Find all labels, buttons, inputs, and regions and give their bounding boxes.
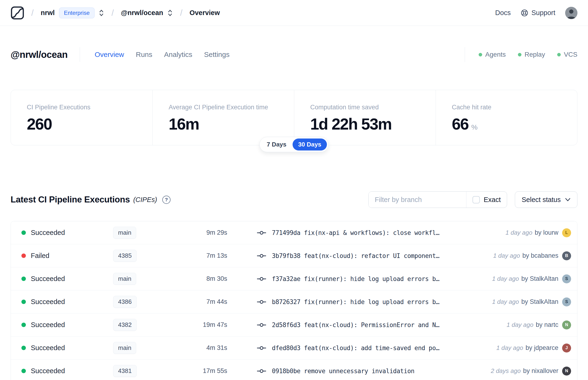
status-label: Succeeded (31, 275, 65, 283)
duration-cell: 7m 44s (167, 298, 227, 305)
status-dot-icon (21, 230, 26, 235)
stat-label: Cache hit rate (452, 104, 570, 111)
range-option-7-days[interactable]: 7 Days (261, 138, 292, 151)
branch-cell: 4386 (113, 296, 167, 308)
feature-status-replay: Replay (518, 51, 545, 58)
branch-badge[interactable]: main (113, 342, 136, 354)
tab-runs[interactable]: Runs (136, 51, 152, 58)
help-icon[interactable]: ? (162, 196, 171, 204)
status-dot-icon (21, 346, 26, 350)
duration-cell: 19m 47s (167, 321, 227, 328)
breadcrumb-org[interactable]: nrwl (41, 9, 55, 17)
support-link[interactable]: Support (520, 9, 555, 17)
status-label: Succeeded (31, 321, 65, 329)
exact-toggle[interactable]: Exact (466, 196, 507, 204)
branch-cell: main (113, 273, 167, 285)
commit-hash: 771499da (272, 229, 300, 236)
tab-analytics[interactable]: Analytics (164, 51, 192, 58)
meta-cell: 1 day ago by StalkAltan S (492, 274, 571, 283)
commit-hash: 0918b0be (272, 367, 300, 375)
author-avatar: S (562, 274, 571, 283)
status-select-button[interactable]: Select status (515, 191, 577, 208)
status-select-label: Select status (522, 196, 561, 204)
table-row[interactable]: Succeeded 4386 7m 44s b8726327fix(runner… (11, 290, 577, 313)
meta-cell: 2 days ago by nixallover N (491, 367, 571, 376)
duration-cell: 4m 31s (167, 344, 227, 352)
table-row[interactable]: Succeeded main 8m 30s f37a32aefix(runner… (11, 267, 577, 290)
workspace-tabs: OverviewRunsAnalyticsSettings (95, 51, 229, 58)
page-title: @nrwl/ocean (11, 49, 68, 60)
branch-cell: 4385 (113, 250, 167, 262)
docs-link[interactable]: Docs (495, 9, 511, 17)
commit-cell: 2d58f6d3feat(nx-cloud): PermissionError … (227, 322, 500, 328)
commit-cell: 771499dafix(nx-api & workflows): close w… (227, 229, 498, 236)
workspace-switcher-chevron-icon[interactable] (167, 9, 173, 17)
time-ago: 1 day ago (492, 298, 519, 305)
commit-hash: f37a32ae (272, 275, 300, 283)
commit-text: 0918b0beremove unnecessary invalidation (272, 367, 415, 375)
top-nav: / nrwl Enterprise / @nrwl/ocean / Overvi… (0, 0, 588, 26)
branch-cell: 4381 (113, 365, 167, 377)
nx-cloud-logo-icon[interactable] (11, 6, 24, 20)
tab-settings[interactable]: Settings (204, 51, 229, 58)
git-commit-icon (257, 299, 266, 305)
commit-cell: 3b79fb38feat(nx-cloud): refactor UI comp… (227, 252, 486, 259)
stat-card: Cache hit rate66% (436, 90, 577, 145)
status-label: Failed (31, 252, 49, 260)
branch-badge[interactable]: 4382 (113, 319, 137, 331)
status-dot-icon (21, 277, 26, 281)
branch-badge[interactable]: 4385 (113, 250, 137, 262)
stat-label: Computation time saved (310, 104, 429, 111)
duration-cell: 8m 30s (167, 275, 227, 283)
branch-cell: main (113, 342, 167, 354)
status-dot-icon (21, 253, 26, 258)
commit-text: 2d58f6d3feat(nx-cloud): PermissionError … (272, 322, 439, 328)
commit-cell: dfed80d3feat(nx-cloud): add time-saved e… (227, 344, 489, 352)
status-cell: Succeeded (21, 321, 113, 329)
enterprise-badge[interactable]: Enterprise (59, 7, 95, 18)
branch-badge[interactable]: main (113, 273, 136, 285)
breadcrumb-workspace[interactable]: @nrwl/ocean (121, 9, 163, 17)
status-dot-icon (518, 53, 521, 57)
org-switcher-chevron-icon[interactable] (98, 9, 104, 17)
time-ago: 1 day ago (496, 344, 523, 352)
branch-badge[interactable]: 4386 (113, 296, 137, 308)
range-option-30-days[interactable]: 30 Days (293, 138, 327, 151)
status-cell: Succeeded (21, 229, 113, 237)
author: by StalkAltan (521, 298, 558, 305)
table-row[interactable]: Succeeded 4382 19m 47s 2d58f6d3feat(nx-c… (11, 313, 577, 337)
author: by StalkAltan (521, 275, 558, 283)
time-ago: 1 day ago (505, 229, 532, 236)
git-commit-icon (257, 345, 266, 351)
commit-text: dfed80d3feat(nx-cloud): add time-saved e… (272, 344, 439, 352)
status-cell: Succeeded (21, 344, 113, 352)
breadcrumb-separator: / (112, 8, 114, 18)
duration-cell: 7m 13s (167, 252, 227, 259)
branch-badge[interactable]: main (113, 227, 136, 239)
status-cell: Succeeded (21, 367, 113, 375)
commit-message: fix(nx-api & workflows): close workfl… (304, 229, 439, 236)
cipe-title: Latest CI Pipeline Executions (11, 195, 130, 205)
commit-text: f37a32aefix(runner): hide log upload err… (272, 275, 439, 283)
table-row[interactable]: Succeeded main 4m 31s dfed80d3feat(nx-cl… (11, 337, 577, 360)
chevron-down-icon (565, 198, 570, 202)
status-dot-icon (21, 369, 26, 373)
table-row[interactable]: Failed 4385 7m 13s 3b79fb38feat(nx-cloud… (11, 244, 577, 267)
exact-checkbox[interactable] (473, 196, 480, 203)
breadcrumb-separator: / (180, 8, 183, 18)
author-avatar: N (562, 367, 571, 376)
branch-filter-group: Exact (368, 191, 507, 208)
date-range-toggle: 7 Days30 Days (259, 137, 329, 152)
tab-overview[interactable]: Overview (95, 51, 124, 58)
author: by lourw (535, 229, 558, 236)
table-row[interactable]: Succeeded 4381 17m 55s 0918b0beremove un… (11, 360, 577, 380)
branch-badge[interactable]: 4381 (113, 365, 137, 377)
branch-filter-input[interactable] (369, 192, 466, 208)
table-row[interactable]: Succeeded main 9m 29s 771499dafix(nx-api… (11, 221, 577, 244)
support-label: Support (531, 9, 555, 17)
stat-value: 1d 22h 53m (310, 115, 429, 133)
cipe-title-suffix: (CIPEs) (133, 196, 157, 204)
cipe-controls: Exact Select status (368, 191, 577, 208)
stat-suffix: % (471, 123, 478, 131)
user-avatar[interactable] (565, 7, 577, 19)
